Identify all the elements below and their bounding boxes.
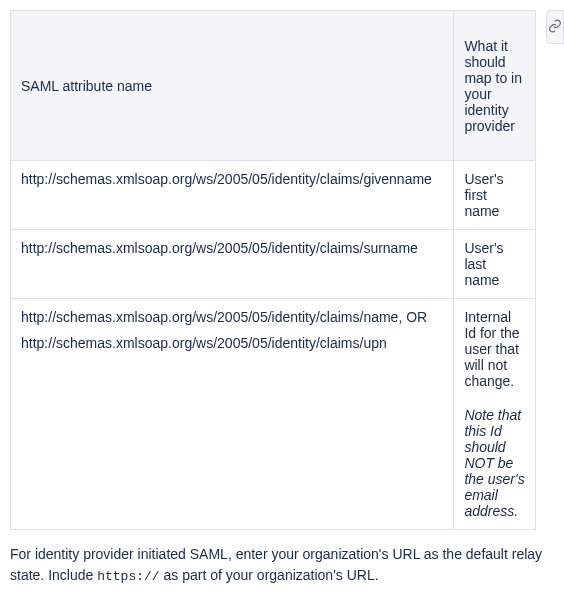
attribute-value: http://schemas.xmlsoap.org/ws/2005/05/id…: [21, 309, 443, 325]
header-mapping: What it should map to in your identity p…: [454, 11, 536, 161]
table-row: http://schemas.xmlsoap.org/ws/2005/05/id…: [11, 299, 536, 530]
table-row: http://schemas.xmlsoap.org/ws/2005/05/id…: [11, 161, 536, 230]
cell-mapping: User's first name: [454, 161, 536, 230]
cell-attribute: http://schemas.xmlsoap.org/ws/2005/05/id…: [11, 161, 454, 230]
attribute-value: http://schemas.xmlsoap.org/ws/2005/05/id…: [21, 335, 443, 351]
footer-text-part2: as part of your organization's URL.: [160, 567, 379, 583]
attribute-value: http://schemas.xmlsoap.org/ws/2005/05/id…: [21, 171, 443, 187]
mapping-text: Internal Id for the user that will not c…: [464, 309, 519, 389]
table-row: http://schemas.xmlsoap.org/ws/2005/05/id…: [11, 230, 536, 299]
cell-mapping: Internal Id for the user that will not c…: [454, 299, 536, 530]
link-icon: [548, 19, 562, 35]
cell-attribute: http://schemas.xmlsoap.org/ws/2005/05/id…: [11, 230, 454, 299]
footer-code: https://: [97, 569, 159, 584]
cell-attribute: http://schemas.xmlsoap.org/ws/2005/05/id…: [11, 299, 454, 530]
header-attribute-name: SAML attribute name: [11, 11, 454, 161]
copy-link-widget[interactable]: [546, 10, 564, 44]
saml-attribute-table: SAML attribute name What it should map t…: [10, 10, 536, 530]
attribute-value: http://schemas.xmlsoap.org/ws/2005/05/id…: [21, 240, 443, 256]
mapping-note: Note that this Id should NOT be the user…: [464, 407, 525, 519]
cell-mapping: User's last name: [454, 230, 536, 299]
footer-instruction: For identity provider initiated SAML, en…: [10, 544, 554, 587]
table-header-row: SAML attribute name What it should map t…: [11, 11, 536, 161]
